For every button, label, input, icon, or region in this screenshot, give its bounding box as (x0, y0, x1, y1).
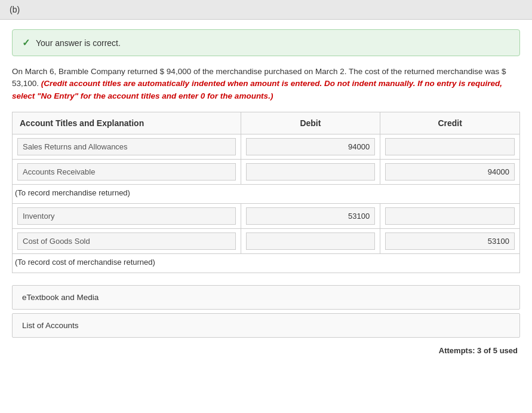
page-wrapper: (b) ✓ Your answer is correct. On March 6… (0, 0, 532, 413)
attempts-text: Attempts: 3 of 5 used (439, 346, 518, 355)
credit-input-2[interactable] (385, 163, 515, 181)
account-cell-2 (13, 159, 241, 184)
credit-cell-4 (380, 228, 520, 253)
credit-cell-3 (380, 203, 520, 228)
list-of-accounts-link[interactable]: List of Accounts (12, 313, 520, 338)
credit-cell-2 (380, 159, 520, 184)
check-icon: ✓ (22, 37, 30, 48)
debit-cell-3 (241, 203, 380, 228)
account-cell-3 (13, 203, 241, 228)
list-of-accounts-label: List of Accounts (22, 321, 79, 330)
table-row (13, 159, 520, 184)
problem-description: On March 6, Bramble Company returned $ 9… (12, 66, 520, 102)
account-input-2[interactable] (17, 163, 236, 181)
credit-input-1[interactable] (385, 138, 515, 155)
content-area: ✓ Your answer is correct. On March 6, Br… (0, 20, 532, 367)
debit-input-2[interactable] (246, 163, 376, 181)
debit-input-1[interactable] (246, 138, 376, 155)
note-text-2: (To record cost of merchandise returned) (13, 253, 520, 273)
debit-input-4[interactable] (246, 232, 376, 250)
account-input-3[interactable] (17, 207, 236, 225)
col-header-account: Account Titles and Explanation (13, 112, 241, 134)
debit-input-3[interactable] (246, 207, 376, 225)
bottom-links: eTextbook and Media List of Accounts (12, 285, 520, 338)
note-text-1: (To record merchandise returned) (13, 184, 520, 203)
table-row (13, 203, 520, 228)
account-input-1[interactable] (17, 138, 236, 155)
credit-cell-1 (380, 134, 520, 159)
attempts-row: Attempts: 3 of 5 used (12, 341, 520, 357)
debit-cell-1 (241, 134, 380, 159)
part-label: (b) (0, 0, 532, 20)
debit-cell-4 (241, 228, 380, 253)
col-header-credit: Credit (380, 112, 520, 134)
debit-cell-2 (241, 159, 380, 184)
col-header-debit: Debit (241, 112, 380, 134)
account-input-4[interactable] (17, 232, 236, 250)
note-row-2: (To record cost of merchandise returned) (13, 253, 520, 273)
etextbook-link[interactable]: eTextbook and Media (12, 285, 520, 310)
etextbook-label: eTextbook and Media (22, 293, 99, 302)
credit-input-3[interactable] (385, 207, 515, 225)
problem-instruction-text: (Credit account titles are automatically… (12, 79, 502, 100)
success-banner: ✓ Your answer is correct. (12, 29, 520, 56)
credit-input-4[interactable] (385, 232, 515, 250)
note-row-1: (To record merchandise returned) (13, 184, 520, 203)
account-cell-4 (13, 228, 241, 253)
account-cell-1 (13, 134, 241, 159)
success-text: Your answer is correct. (36, 38, 121, 48)
journal-table: Account Titles and Explanation Debit Cre… (12, 112, 520, 273)
table-row (13, 228, 520, 253)
table-row (13, 134, 520, 159)
